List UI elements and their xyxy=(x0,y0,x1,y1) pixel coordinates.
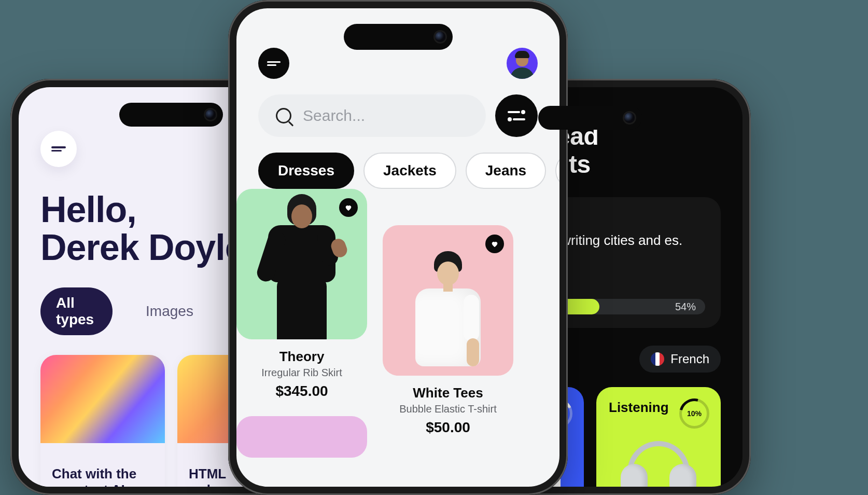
filter-button[interactable] xyxy=(495,94,538,137)
chip-shorts[interactable]: Sho xyxy=(555,153,559,189)
filter-icon xyxy=(508,109,525,122)
product-image xyxy=(383,225,513,376)
ring-percent: 10% xyxy=(679,398,709,429)
progress-percent: 54% xyxy=(675,300,696,312)
favorite-button[interactable] xyxy=(339,198,358,217)
heart-icon xyxy=(491,240,499,248)
phone-shopping: Search... Dresses Jackets Jeans Sho xyxy=(228,0,568,495)
language-selector[interactable]: French xyxy=(639,346,721,373)
tile-listening[interactable]: Listening 10% xyxy=(596,387,721,487)
product-image xyxy=(236,416,367,458)
device-notch xyxy=(119,103,223,127)
product-brand: Theory xyxy=(279,349,325,365)
product-price: $345.00 xyxy=(275,383,328,400)
device-notch xyxy=(538,106,642,130)
greeting-line2: Derek Doyle xyxy=(40,227,245,268)
progress-ring: 10% xyxy=(679,398,709,429)
chip-jackets[interactable]: Jackets xyxy=(363,153,456,189)
heart-icon xyxy=(344,203,353,212)
profile-avatar[interactable] xyxy=(507,48,538,79)
menu-button[interactable] xyxy=(258,48,289,79)
menu-icon xyxy=(267,60,281,67)
search-placeholder: Search... xyxy=(303,107,365,125)
language-label: French xyxy=(670,352,709,366)
card-artwork xyxy=(40,355,165,443)
chip-dresses[interactable]: Dresses xyxy=(258,153,354,189)
product-brand: White Tees xyxy=(413,385,483,401)
chip-jeans[interactable]: Jeans xyxy=(466,153,546,189)
menu-button[interactable] xyxy=(40,131,77,167)
france-flag-icon xyxy=(651,352,664,366)
search-input[interactable]: Search... xyxy=(258,94,486,137)
product-card-white-tees[interactable]: White Tees Bubble Elastic T-shirt $50.00 xyxy=(383,225,513,436)
avatar-image xyxy=(507,48,538,79)
greeting-line1: Hello, xyxy=(40,189,136,230)
product-card-theory[interactable]: Theory Irregular Rib Skirt $345.00 xyxy=(236,189,367,400)
hamburger-icon xyxy=(51,145,66,153)
search-icon xyxy=(276,108,291,123)
device-notch xyxy=(344,24,453,50)
screen: Search... Dresses Jackets Jeans Sho xyxy=(236,8,559,487)
model-figure xyxy=(255,189,348,339)
product-grid: Theory Irregular Rib Skirt $345.00 White… xyxy=(236,189,559,479)
tab-all-types[interactable]: All types xyxy=(40,287,113,335)
headphones-icon xyxy=(620,436,697,487)
product-image xyxy=(236,189,367,339)
product-name: Bubble Elastic T-shirt xyxy=(399,403,497,415)
product-name: Irregular Rib Skirt xyxy=(261,367,342,379)
model-figure xyxy=(401,241,495,376)
category-chips[interactable]: Dresses Jackets Jeans Sho xyxy=(236,137,559,189)
card-title: Chat with the smartest AI xyxy=(52,466,153,487)
card-chat-ai[interactable]: Chat with the smartest AI xyxy=(40,355,165,487)
product-price: $50.00 xyxy=(426,419,470,436)
tab-images[interactable]: Images xyxy=(130,296,209,327)
product-card-peek[interactable] xyxy=(236,416,367,458)
favorite-button[interactable] xyxy=(485,235,504,253)
